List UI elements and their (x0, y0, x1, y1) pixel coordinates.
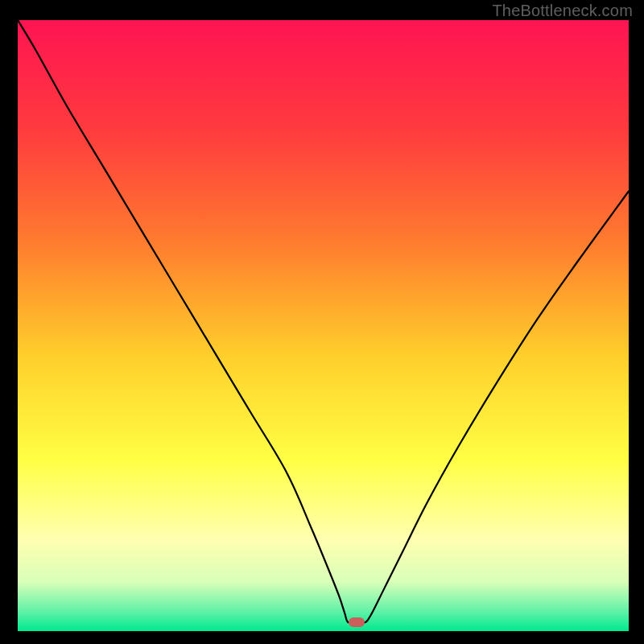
plot-area (17, 19, 630, 632)
attribution-label: TheBottleneck.com (492, 2, 633, 20)
gradient-background (18, 20, 629, 631)
gradient-rect (18, 20, 629, 631)
optimal-point-marker (349, 617, 365, 627)
chart-frame: TheBottleneck.com (0, 0, 644, 644)
